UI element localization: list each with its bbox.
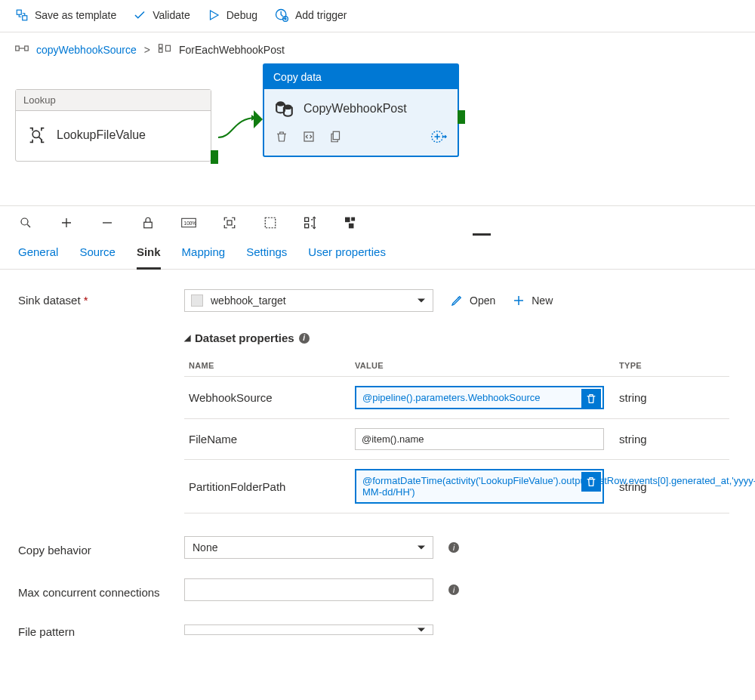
sink-dataset-value: webhook_target [211, 294, 286, 307]
fullscreen-icon[interactable] [263, 215, 278, 230]
add-output-icon[interactable] [430, 128, 447, 145]
svg-rect-24 [351, 217, 355, 221]
tab-sink[interactable]: Sink [137, 245, 161, 270]
info-icon[interactable]: i [448, 542, 459, 553]
lookup-output-port[interactable] [211, 150, 218, 164]
dataset-params-table: NAME VALUE TYPE WebhookSource@pipeline()… [184, 355, 729, 513]
svg-point-15 [21, 218, 28, 225]
designer-canvas[interactable]: Lookup LookupFileValue Copy data CopyWeb… [15, 62, 740, 205]
tab-indicator-mark [473, 233, 491, 236]
tab-settings[interactable]: Settings [246, 245, 287, 269]
validate-button[interactable]: Validate [133, 8, 190, 22]
svg-rect-19 [227, 220, 232, 225]
param-type: string [615, 419, 729, 460]
fit-screen-icon[interactable] [222, 215, 237, 230]
code-icon[interactable] [302, 130, 316, 143]
copy-node-name: CopyWebhookPost [304, 102, 407, 116]
svg-rect-0 [17, 10, 21, 14]
open-dataset-button[interactable]: Open [450, 294, 495, 307]
activity-tabs: General Source Sink Mapping Settings Use… [0, 238, 755, 270]
sink-dataset-select[interactable]: webhook_target [184, 289, 433, 312]
svg-rect-4 [16, 46, 20, 51]
pencil-icon [450, 294, 464, 307]
tab-user-properties[interactable]: User properties [308, 245, 386, 269]
lookup-node-name: LookupFileValue [57, 128, 146, 142]
breadcrumb-separator: > [144, 44, 150, 56]
svg-rect-22 [305, 224, 309, 228]
svg-rect-7 [159, 49, 163, 53]
save-as-template-button[interactable]: Save as template [15, 8, 116, 22]
zoom-in-icon[interactable] [59, 215, 74, 230]
check-icon [133, 8, 146, 22]
info-icon[interactable]: i [299, 333, 310, 344]
svg-rect-16 [144, 222, 153, 228]
auto-align-icon[interactable] [304, 215, 319, 230]
sink-form: Sink dataset * webhook_target Open New ◢… [0, 270, 755, 680]
copy-behavior-label: Copy behavior [18, 539, 169, 557]
table-row: WebhookSource@pipeline().parameters.Webh… [184, 377, 729, 419]
add-trigger-button[interactable]: Add trigger [274, 8, 347, 23]
clear-expression-icon[interactable] [581, 389, 601, 409]
lookup-activity-node[interactable]: Lookup LookupFileValue [15, 89, 211, 162]
layout-icon[interactable] [344, 215, 359, 230]
tab-mapping[interactable]: Mapping [182, 245, 226, 269]
trigger-icon [274, 8, 289, 23]
param-type: string [615, 377, 729, 419]
copy-node-header: Copy data [264, 65, 458, 89]
svg-text:100%: 100% [184, 220, 196, 226]
lock-icon[interactable] [140, 215, 156, 230]
dataset-properties-title: Dataset properties [195, 331, 294, 344]
dataset-properties-section: ◢ Dataset properties i NAME VALUE TYPE W… [184, 331, 729, 513]
database-icon [275, 100, 294, 118]
breadcrumb-pipeline-link[interactable]: copyWebhookSource [36, 44, 137, 56]
svg-rect-1 [23, 16, 27, 20]
copy-output-port[interactable] [458, 110, 465, 124]
dataset-icon [191, 294, 203, 307]
param-type: string [615, 460, 729, 513]
param-name: WebhookSource [184, 377, 350, 419]
param-name: FileName [184, 419, 350, 460]
info-icon[interactable]: i [448, 584, 459, 595]
zoom-100-icon[interactable]: 100% [181, 215, 196, 230]
file-pattern-select[interactable] [184, 624, 433, 635]
max-concurrent-input[interactable] [184, 578, 433, 601]
col-header-name: NAME [184, 355, 350, 377]
svg-rect-21 [305, 217, 309, 221]
copy-input-port[interactable] [254, 110, 272, 128]
tab-source[interactable]: Source [79, 245, 116, 269]
pipeline-icon [15, 43, 29, 56]
breadcrumb: copyWebhookSource > ForEachWebhookPost [0, 32, 755, 62]
table-row: PartitionFolderPath@formatDateTime(activ… [184, 460, 729, 513]
tab-general[interactable]: General [18, 245, 58, 269]
table-row: FileName@item().namestring [184, 419, 729, 460]
param-value-input[interactable]: @formatDateTime(activity('LookupFileValu… [355, 469, 604, 504]
file-pattern-label: File pattern [18, 621, 169, 638]
zoom-out-icon[interactable] [100, 215, 115, 230]
svg-rect-13 [333, 131, 339, 140]
collapse-caret-icon[interactable]: ◢ [184, 333, 190, 343]
clear-expression-icon[interactable] [581, 472, 601, 492]
copy-activity-node[interactable]: Copy data CopyWebhookPost [263, 63, 459, 157]
delete-icon[interactable] [275, 130, 288, 143]
search-icon[interactable] [18, 215, 33, 230]
svg-rect-23 [345, 217, 350, 223]
debug-button[interactable]: Debug [207, 8, 257, 22]
svg-rect-25 [349, 224, 354, 229]
lookup-node-header: Lookup [16, 90, 211, 111]
validate-label: Validate [153, 9, 190, 21]
add-trigger-label: Add trigger [295, 9, 347, 21]
svg-point-9 [32, 131, 39, 137]
new-dataset-button[interactable]: New [512, 294, 553, 307]
col-header-type: TYPE [615, 355, 729, 377]
copy-behavior-select[interactable]: None [184, 536, 433, 559]
lookup-icon [26, 125, 48, 146]
param-name: PartitionFolderPath [184, 460, 350, 513]
top-toolbar: Save as template Validate Debug Add trig… [0, 0, 755, 32]
play-icon [207, 8, 220, 22]
new-label: New [532, 294, 553, 307]
param-value-input[interactable]: @pipeline().parameters.WebhookSource [355, 386, 604, 409]
breadcrumb-activity: ForEachWebhookPost [179, 44, 285, 56]
param-value-input[interactable]: @item().name [355, 428, 604, 450]
zoom-toolbar: 100% [0, 205, 755, 238]
copy-icon[interactable] [329, 130, 343, 143]
